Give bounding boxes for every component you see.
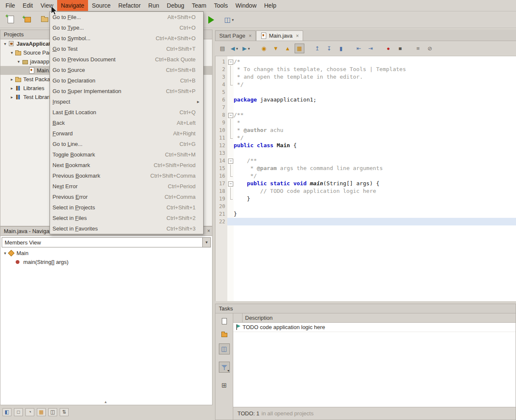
menubar-item-help[interactable]: Help xyxy=(260,0,280,11)
menu-item-go-to-test[interactable]: Go to TestCtrl+Shift+T xyxy=(50,44,203,54)
filter-icon-button[interactable]: ▾ xyxy=(219,362,230,373)
opened-projects-icon-button[interactable] xyxy=(219,329,230,340)
code-line-15[interactable]: 15 * @param args the command line argume… xyxy=(215,165,516,172)
code-editor[interactable]: 1/*2 * To change this template, choose T… xyxy=(215,56,516,301)
menu-item-previous-error[interactable]: Previous ErrorCtrl+Comma xyxy=(50,192,203,202)
open-project-icon-button[interactable] xyxy=(39,14,50,25)
menu-item-go-to-type[interactable]: Go to Type...Ctrl+O xyxy=(50,22,203,33)
new-file-icon-button[interactable] xyxy=(5,14,16,25)
menubar-item-debug[interactable]: Debug xyxy=(163,0,188,11)
code-line-17[interactable]: 17 public static void main(String[] args… xyxy=(215,180,516,187)
tab-start-page[interactable]: Start Page× xyxy=(215,30,256,41)
tab-main-java[interactable]: Main.java× xyxy=(256,30,303,41)
navigator-tree-item-main[interactable]: ▾Main xyxy=(0,249,212,258)
window-group-icon[interactable]: ◧ xyxy=(3,408,11,416)
menu-item-back[interactable]: BackAlt+Left xyxy=(50,118,203,128)
source-history-icon[interactable]: ▤ xyxy=(218,44,227,53)
menubar-item-source[interactable]: Source xyxy=(88,0,114,11)
expand-arrow-icon[interactable]: ▾ xyxy=(2,251,8,255)
debug-project-icon-button[interactable]: ▾ xyxy=(224,14,235,25)
close-tab-icon[interactable]: × xyxy=(296,33,299,39)
code-line-20[interactable]: 20 xyxy=(215,203,516,210)
tasks-description-column-header[interactable]: Description xyxy=(243,313,516,322)
back-icon[interactable]: ◀▾ xyxy=(229,44,239,53)
code-line-3[interactable]: 3 * and open the template in the editor. xyxy=(215,73,516,81)
menu-item-go-to-line[interactable]: Go to Line...Ctrl+G xyxy=(50,139,203,149)
fold-marker-icon[interactable] xyxy=(227,111,234,119)
menu-item-previous-bookmark[interactable]: Previous BookmarkCtrl+Shift+Comma xyxy=(50,170,203,181)
fold-marker-icon[interactable] xyxy=(227,157,234,165)
menu-item-inspect[interactable]: Inspect▸ xyxy=(50,96,203,107)
fold-marker-icon[interactable] xyxy=(227,58,234,66)
menu-item-last-edit-location[interactable]: Last Edit LocationCtrl+Q xyxy=(50,107,203,118)
toggle-bookmark-icon[interactable]: ▮ xyxy=(336,44,346,53)
fold-marker-icon[interactable] xyxy=(227,180,234,187)
menu-item-go-to-previous-document[interactable]: Go to Previous DocumentCtrl+Back Quote xyxy=(50,54,203,65)
expand-arrow-icon[interactable]: ▾ xyxy=(2,41,8,46)
new-project-icon-button[interactable] xyxy=(22,14,33,25)
tasks-icon-column-header[interactable] xyxy=(233,313,243,322)
expand-arrow-icon[interactable]: ▸ xyxy=(9,95,15,99)
comment-icon[interactable]: ≡ xyxy=(413,44,423,53)
record-macro-icon[interactable]: ● xyxy=(384,44,393,53)
expand-arrow-icon[interactable]: ▾ xyxy=(9,50,15,55)
menu-item-select-in-projects[interactable]: Select in ProjectsCtrl+Shift+1 xyxy=(50,202,203,213)
close-window-icon[interactable]: × xyxy=(205,227,212,236)
find-selection-icon[interactable]: ◉ xyxy=(259,44,269,53)
menu-item-select-in-favorites[interactable]: Select in FavoritesCtrl+Shift+3 xyxy=(50,223,203,234)
code-line-19[interactable]: 19 } xyxy=(215,195,516,203)
menu-item-go-to-file[interactable]: Go to File...Alt+Shift+O xyxy=(50,12,203,22)
chevron-down-icon[interactable]: ▾ xyxy=(227,369,229,373)
menubar-item-file[interactable]: File xyxy=(2,0,19,11)
code-line-16[interactable]: 16 */ xyxy=(215,172,516,180)
menu-item-go-to-source[interactable]: Go to SourceCtrl+Shift+B xyxy=(50,65,203,75)
split-panel-icon[interactable]: ◫ xyxy=(48,408,57,416)
expand-arrow-icon[interactable]: ▾ xyxy=(16,59,22,64)
members-view-combobox[interactable]: Members View ▾ xyxy=(2,237,211,247)
menu-item-forward[interactable]: ForwardAlt+Right xyxy=(50,128,203,139)
history-panel-icon[interactable]: ◔ xyxy=(25,408,34,416)
code-line-13[interactable]: 13 xyxy=(215,149,516,157)
shift-line-right-icon[interactable]: ⇥ xyxy=(366,44,375,53)
menu-item-go-to-symbol[interactable]: Go to Symbol...Ctrl+Alt+Shift+O xyxy=(50,33,203,44)
shift-line-left-icon[interactable]: ⇤ xyxy=(354,44,364,53)
code-line-6[interactable]: 6package javaapplication1; xyxy=(215,96,516,104)
palette-panel-icon[interactable]: ▦ xyxy=(37,408,46,416)
stop-macro-icon[interactable]: ■ xyxy=(395,44,405,53)
editor-panel-icon[interactable]: □ xyxy=(14,408,23,416)
menubar-item-tools[interactable]: Tools xyxy=(210,0,232,11)
menubar-item-team[interactable]: Team xyxy=(188,0,210,11)
code-line-4[interactable]: 4 */ xyxy=(215,81,516,88)
find-previous-icon[interactable]: ▲ xyxy=(283,44,292,53)
chevron-down-icon[interactable]: ▾ xyxy=(236,47,238,51)
code-line-5[interactable]: 5 xyxy=(215,88,516,96)
menu-item-toggle-bookmark[interactable]: Toggle BookmarkCtrl+Shift+M xyxy=(50,149,203,160)
menu-item-next-bookmark[interactable]: Next BookmarkCtrl+Shift+Period xyxy=(50,160,203,170)
sort-panel-icon[interactable]: ⇅ xyxy=(60,408,69,416)
code-line-21[interactable]: 21} xyxy=(215,210,516,218)
menu-item-go-to-declaration[interactable]: Go to DeclarationCtrl+B xyxy=(50,75,203,86)
code-line-1[interactable]: 1/* xyxy=(215,58,516,66)
menubar-item-navigate[interactable]: Navigate xyxy=(57,0,88,11)
code-line-22[interactable]: 22 xyxy=(215,218,516,225)
code-line-11[interactable]: 11 */ xyxy=(215,134,516,142)
current-file-icon-button[interactable] xyxy=(219,316,230,327)
menu-item-go-to-super-implementation[interactable]: Go to Super ImplementationCtrl+Shift+P xyxy=(50,86,203,96)
chevron-down-icon[interactable]: ▾ xyxy=(232,18,234,22)
forward-icon[interactable]: ▶▾ xyxy=(241,44,251,53)
menubar-item-refactor[interactable]: Refactor xyxy=(114,0,144,11)
code-line-9[interactable]: 9 * xyxy=(215,119,516,126)
menu-item-next-error[interactable]: Next ErrorCtrl+Period xyxy=(50,181,203,192)
menubar-item-edit[interactable]: Edit xyxy=(19,0,37,11)
navigator-tree-item-main-string-args[interactable]: main(String[] args) xyxy=(0,258,212,266)
splitter-collapse-icon[interactable]: ▴ xyxy=(105,399,107,404)
find-next-icon[interactable]: ▼ xyxy=(271,44,281,53)
menu-item-select-in-files[interactable]: Select in FilesCtrl+Shift+2 xyxy=(50,213,203,223)
code-line-8[interactable]: 8/** xyxy=(215,111,516,119)
expand-arrow-icon[interactable]: ▸ xyxy=(9,86,15,91)
menubar-item-run[interactable]: Run xyxy=(144,0,163,11)
next-bookmark-icon[interactable]: ↧ xyxy=(324,44,334,53)
code-line-7[interactable]: 7 xyxy=(215,104,516,111)
previous-bookmark-icon[interactable]: ↥ xyxy=(312,44,322,53)
code-line-10[interactable]: 10 * @author achu xyxy=(215,126,516,134)
